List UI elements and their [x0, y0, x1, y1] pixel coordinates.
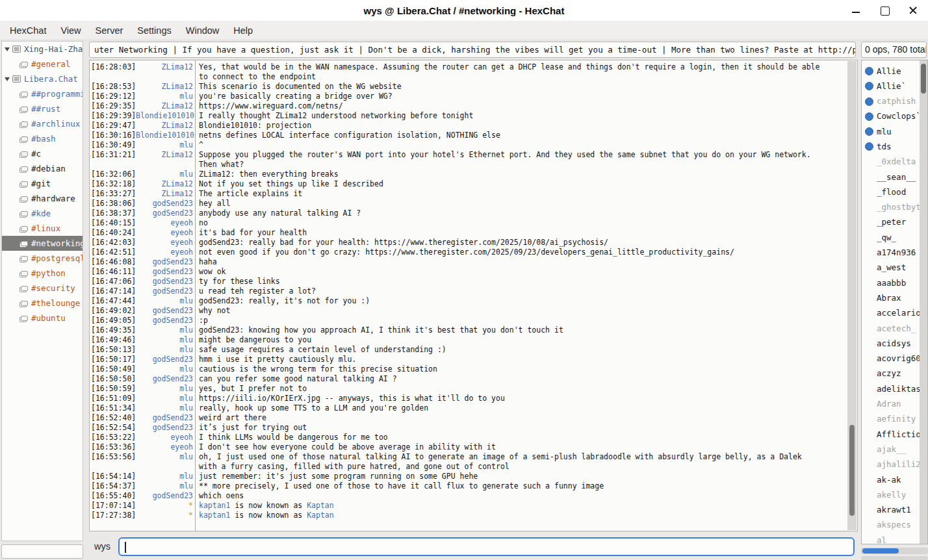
userlist-hscrollbar-thumb[interactable] — [862, 548, 899, 554]
tree-channel-row[interactable]: ##programming — [2, 86, 83, 101]
message-nick: mlu — [136, 364, 195, 374]
user-list-item[interactable]: aaabbb — [862, 275, 920, 290]
expander-icon[interactable] — [5, 47, 10, 51]
user-list-item[interactable]: acovrig60 — [862, 351, 920, 366]
user-list-item[interactable]: a_west — [862, 261, 920, 275]
message-nick: godSend23 — [136, 491, 195, 501]
user-list-item[interactable]: Afflictio — [862, 427, 920, 442]
tree-channel-row[interactable]: #ubuntu — [2, 311, 83, 325]
userlist-hscrollbar-track[interactable] — [861, 548, 928, 554]
user-list-item[interactable]: _ghostbyt — [862, 200, 920, 215]
topic-input[interactable]: uter Networking | If you have a question… — [89, 42, 856, 58]
user-list-item[interactable]: adeliktas — [862, 381, 920, 396]
user-list-item[interactable]: ajhalili2 — [862, 457, 920, 472]
userlist-scrollbar-thumb[interactable] — [921, 64, 926, 94]
user-list-item[interactable]: Allie` — [862, 79, 920, 94]
tree-server-row[interactable]: Xing-Hai-Zhan — [2, 42, 83, 57]
user-list-item[interactable]: ak-ak — [862, 472, 920, 487]
tree-server-row[interactable]: Libera.Chat — [2, 71, 83, 86]
user-list-item[interactable]: _flood — [862, 185, 920, 199]
tree-channel-row[interactable]: #hardware — [2, 191, 83, 206]
tree-channel-row[interactable]: #python — [2, 266, 83, 281]
user-list-item[interactable]: acetech_ — [862, 321, 920, 336]
tree-channel-row[interactable]: #general — [2, 57, 83, 71]
channel-icon — [21, 196, 28, 201]
user-list-item[interactable]: _peter — [862, 215, 920, 230]
chat-message-row: [16:51:34]mlureally, hook up some TTS to… — [90, 403, 857, 413]
user-list-item[interactable]: aefinity — [862, 412, 920, 427]
menu-item-view[interactable]: View — [53, 23, 88, 38]
chat-message-row: [16:29:39]Blondie101010I really thought … — [90, 111, 857, 121]
userlist-scrollbar-track[interactable] — [920, 60, 927, 544]
tree-channel-row[interactable]: #networking — [2, 236, 83, 251]
message-nick: mlu — [136, 170, 195, 179]
tree-channel-row[interactable]: #linux — [2, 221, 83, 236]
user-list-item[interactable]: Allie — [862, 64, 920, 79]
message-text: https://www.wireguard.com/netns/ — [195, 101, 857, 111]
user-list-item[interactable]: akrawt1 — [862, 503, 920, 518]
message-timestamp: [16:46:08] — [91, 257, 136, 267]
chat-message-row: [16:50:17]godSend23hmm i use it pretty c… — [90, 355, 857, 364]
message-text-part: is now known as — [230, 501, 307, 510]
message-timestamp: [16:50:50] — [91, 374, 136, 384]
message-input[interactable] — [118, 537, 855, 556]
menu-item-hexchat[interactable]: HexChat — [3, 23, 53, 38]
tree-item-label: Xing-Hai-Zhan — [24, 44, 83, 54]
tree-channel-row[interactable]: ##rust — [2, 101, 83, 116]
tree-channel-row[interactable]: #bash — [2, 131, 83, 146]
user-list-item[interactable]: al — [862, 533, 920, 544]
tree-channel-row[interactable]: #archlinux — [2, 116, 83, 131]
user-name: _flood — [877, 187, 906, 197]
tree-item-label: #archlinux — [31, 119, 80, 129]
tree-item-label: #thelounge — [31, 298, 80, 308]
message-nick: mlu — [136, 335, 195, 345]
bottom-scrollbar-track[interactable] — [861, 556, 928, 560]
user-list-item[interactable]: tds — [862, 139, 920, 154]
message-text: just remember: it's just some program ru… — [195, 472, 857, 481]
message-nick: ZLima12 — [136, 101, 195, 111]
user-list-item[interactable]: Cowclops` — [862, 109, 920, 124]
user-list-item[interactable]: akspecs — [862, 518, 920, 533]
user-list-item[interactable]: ajak__ — [862, 442, 920, 457]
user-list-item[interactable]: catphish — [862, 94, 920, 109]
message-text: weird art there — [195, 413, 857, 423]
menu-item-server[interactable]: Server — [88, 23, 131, 38]
channel-icon — [21, 286, 28, 291]
tree-channel-row[interactable]: #c — [2, 146, 83, 161]
user-list-item[interactable]: aczyz — [862, 366, 920, 381]
chat-scrollbar-track[interactable] — [847, 61, 857, 530]
user-list-item[interactable]: mlu — [862, 124, 920, 139]
tree-channel-row[interactable]: #security — [2, 281, 83, 296]
user-list-item[interactable]: a174n936 — [862, 246, 920, 261]
tree-channel-row[interactable]: #debian — [2, 161, 83, 176]
user-list-item[interactable]: _0xdelta — [862, 155, 920, 170]
user-list-item[interactable]: __sean__ — [862, 170, 920, 185]
menu-item-window[interactable]: Window — [179, 23, 227, 38]
user-name: ak-ak — [877, 475, 901, 485]
menu-item-settings[interactable]: Settings — [130, 23, 178, 38]
message-nick: godSend23 — [136, 413, 195, 423]
nick-label[interactable]: wys — [94, 541, 110, 552]
user-list-item[interactable]: _qw_ — [862, 230, 920, 245]
chat-scrollbar-thumb[interactable] — [849, 425, 855, 516]
message-text: it's bad for your health — [195, 228, 857, 238]
message-text: ^ — [195, 140, 857, 150]
user-list-item[interactable]: accelario — [862, 306, 920, 321]
tree-channel-row[interactable]: #kde — [2, 206, 83, 221]
chat-message-row: [16:30:16]Blondie101010netns defines LOC… — [90, 131, 857, 140]
chat-message-row: [16:49:05]godSend23:p — [90, 316, 857, 325]
user-list-item[interactable]: acidsys — [862, 336, 920, 351]
message-timestamp: [16:53:56] — [91, 452, 136, 462]
tree-channel-row[interactable]: #thelounge — [2, 296, 83, 311]
user-list-item[interactable]: akelly — [862, 487, 920, 502]
chat-message-row: [16:29:35]ZLima12https://www.wireguard.c… — [90, 101, 857, 111]
maximize-icon[interactable] — [880, 6, 889, 15]
user-list-item[interactable]: Abrax — [862, 290, 920, 305]
minimize-icon[interactable] — [851, 6, 860, 15]
close-icon[interactable] — [909, 6, 918, 15]
menu-item-help[interactable]: Help — [226, 23, 260, 38]
user-list-item[interactable]: Adran — [862, 397, 920, 412]
tree-channel-row[interactable]: #git — [2, 176, 83, 191]
expander-icon[interactable] — [5, 77, 10, 81]
tree-channel-row[interactable]: #postgresql — [2, 251, 83, 266]
